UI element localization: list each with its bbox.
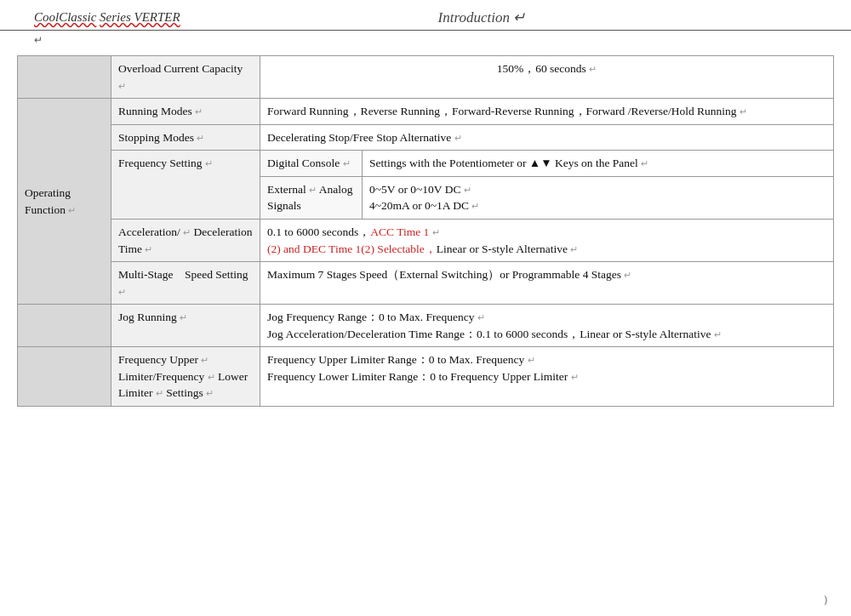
table-row: Acceleration/ ↵ Deceleration Time ↵ 0.1 … xyxy=(18,219,834,261)
page-corner-mark: ） xyxy=(823,592,834,607)
table-wrapper: Overload Current Capacity ↵ 150%，60 seco… xyxy=(0,52,851,415)
table-row: Stopping Modes ↵ Decelerating Stop/Free … xyxy=(18,124,834,151)
table-row: Overload Current Capacity ↵ 150%，60 seco… xyxy=(18,56,834,99)
inner-label: Digital Console ↵ xyxy=(260,151,363,177)
sub-category: Jog Running ↵ xyxy=(111,305,260,347)
table-row-freq-1: Frequency Setting ↵ Digital Console ↵ Se… xyxy=(18,151,834,177)
main-category-operating: Operating Function ↵ xyxy=(18,99,111,305)
sub-category: Running Modes ↵ xyxy=(111,99,260,125)
header-left: CoolClassic Series VERTER xyxy=(34,10,180,25)
sub-category: Frequency Upper ↵ Limiter/Frequency ↵ Lo… xyxy=(111,347,260,407)
inner-detail: Settings with the Potentiometer or ▲▼ Ke… xyxy=(363,151,834,177)
header-series: Series VERTER xyxy=(100,10,180,24)
page: CoolClassic Series VERTER Introduction ↵… xyxy=(0,0,851,616)
table-row: Multi-Stage Speed Setting ↵ Maximum 7 St… xyxy=(18,262,834,305)
sub-category: Acceleration/ ↵ Deceleration Time ↵ xyxy=(111,219,260,261)
spec-table: Overload Current Capacity ↵ 150%，60 seco… xyxy=(17,55,834,407)
table-row: Operating Function ↵ Running Modes ↵ For… xyxy=(18,99,834,125)
table-row: Jog Running ↵ Jog Frequency Range：0 to M… xyxy=(18,305,834,347)
sub-category: Stopping Modes ↵ xyxy=(111,124,260,151)
detail-cell: Decelerating Stop/Free Stop Alternative … xyxy=(260,124,834,151)
detail-cell: Forward Running，Reverse Running，Forward-… xyxy=(260,99,834,125)
sub-category-freq: Frequency Setting ↵ xyxy=(111,151,260,220)
inner-detail: 0~5V or 0~10V DC ↵4~20mA or 0~1A DC ↵ xyxy=(363,176,834,219)
detail-cell: 0.1 to 6000 seconds，ACC Time 1 ↵ (2) and… xyxy=(260,219,834,261)
detail-cell: Maximum 7 Stages Speed（External Switchin… xyxy=(260,262,834,305)
detail-cell: 150%，60 seconds ↵ xyxy=(260,56,834,99)
main-category xyxy=(18,56,111,99)
detail-cell: Frequency Upper Limiter Range：0 to Max. … xyxy=(260,347,834,407)
brand-name: CoolClassic xyxy=(34,10,96,24)
inner-label: External ↵ Analog Signals xyxy=(260,176,363,219)
header-title: Introduction ↵ xyxy=(438,9,526,26)
page-header: CoolClassic Series VERTER Introduction ↵ xyxy=(0,0,851,31)
table-row: Frequency Upper ↵ Limiter/Frequency ↵ Lo… xyxy=(18,347,834,407)
main-category xyxy=(18,347,111,407)
detail-cell: Jog Frequency Range：0 to Max. Frequency … xyxy=(260,305,834,347)
accent-text: ACC Time 1 xyxy=(370,225,429,238)
sub-header-note: ↵ xyxy=(0,31,851,52)
accent-text-2: (2) and DEC Time 1(2) Selectable， xyxy=(267,242,437,255)
sub-category: Overload Current Capacity ↵ xyxy=(111,56,260,99)
sub-category: Multi-Stage Speed Setting ↵ xyxy=(111,262,260,305)
main-category xyxy=(18,305,111,347)
